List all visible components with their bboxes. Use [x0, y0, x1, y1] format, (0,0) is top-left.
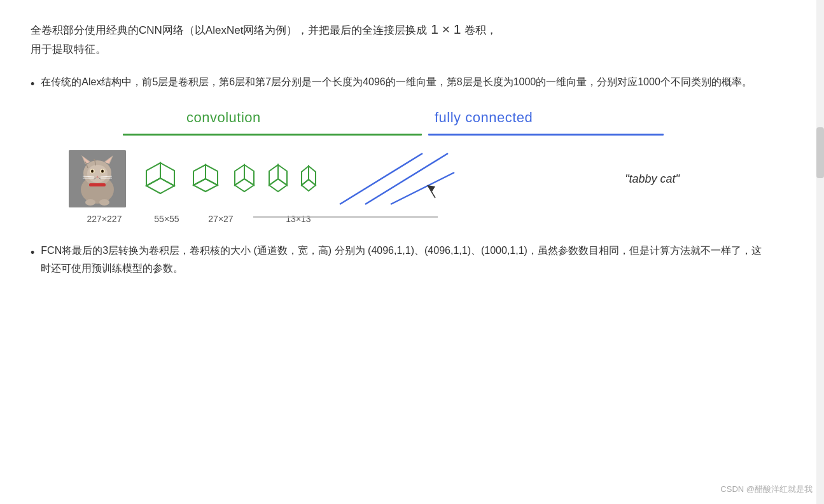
diagram-container: convolution fully connected [69, 109, 771, 224]
svg-marker-27 [235, 179, 254, 192]
bullet-item-1: • 在传统的Alex结构中，前5层是卷积层，第6层和第7层分别是一个长度为409… [31, 73, 771, 95]
svg-point-18 [85, 199, 95, 206]
divider-line [253, 216, 438, 218]
diagram-size-row: 227×227 55×55 27×27 13×13 [69, 214, 680, 224]
svg-point-10 [91, 170, 94, 173]
bullet-section-1: • 在传统的Alex结构中，前5层是卷积层，第6层和第7层分别是一个长度为409… [31, 73, 771, 95]
svg-marker-33 [302, 179, 316, 191]
fc-lines-svg [333, 150, 461, 207]
diagram-labels-row: convolution fully connected [69, 109, 680, 137]
cube-2 [188, 161, 223, 197]
cat-image [69, 150, 126, 207]
page-container: 全卷积部分使用经典的CNN网络（以AlexNet网络为例），并把最后的全连接层换… [0, 0, 802, 308]
cube-3 [232, 161, 257, 197]
intro-text-part2: 卷积， [464, 24, 497, 36]
bullet-item-2: • FCN将最后的3层转换为卷积层，卷积核的大小 (通道数，宽，高) 分别为 (… [31, 242, 771, 277]
label-convolution: convolution [186, 109, 261, 126]
watermark: CSDN @醋酸洋红就是我 [720, 484, 813, 495]
svg-marker-38 [428, 185, 435, 192]
bullet-dot-1: • [31, 74, 34, 95]
scrollbar-track [816, 0, 824, 504]
svg-marker-31 [278, 165, 287, 185]
cube-4 [266, 161, 290, 197]
intro-text-part3: 用于提取特征。 [31, 43, 106, 55]
svg-line-37 [391, 172, 454, 204]
size-227: 227×227 [69, 214, 140, 224]
scrollbar-thumb[interactable] [816, 127, 824, 178]
bullet-dot-2: • [31, 243, 34, 263]
diagram-main-row: "tabby cat" [69, 150, 680, 207]
intro-text-part1: 全卷积部分使用经典的CNN网络（以AlexNet网络为例），并把最后的全连接层换… [31, 24, 427, 36]
fc-lines [333, 150, 461, 207]
tabby-cat-label: "tabby cat" [625, 172, 680, 186]
svg-marker-24 [193, 179, 218, 192]
cat-svg [69, 150, 126, 207]
bullet-section-2: • FCN将最后的3层转换为卷积层，卷积核的大小 (通道数，宽，高) 分别为 (… [31, 242, 771, 277]
label-fully-connected: fully connected [435, 109, 533, 126]
svg-rect-17 [89, 183, 106, 186]
size-13: 13×13 [263, 214, 333, 224]
bullet-text-1: 在传统的Alex结构中，前5层是卷积层，第6层和第7层分别是一个长度为4096的… [41, 73, 752, 91]
intro-paragraph: 全卷积部分使用经典的CNN网络（以AlexNet网络为例），并把最后的全连接层换… [31, 18, 771, 59]
size-55: 55×55 [140, 214, 193, 224]
cube-5 [299, 162, 318, 196]
bullet-text-2: FCN将最后的3层转换为卷积层，卷积核的大小 (通道数，宽，高) 分别为 (40… [41, 242, 771, 277]
svg-marker-22 [160, 163, 174, 186]
svg-point-19 [99, 199, 109, 206]
svg-marker-28 [244, 165, 254, 185]
svg-marker-30 [269, 179, 287, 192]
svg-point-7 [87, 165, 108, 183]
cube-1 [140, 159, 179, 199]
cubes-row [140, 150, 611, 207]
svg-marker-25 [206, 165, 218, 185]
underline-fully-connected [428, 134, 664, 136]
svg-line-35 [340, 153, 422, 204]
svg-marker-21 [146, 178, 174, 193]
size-27: 27×27 [193, 214, 248, 224]
svg-point-11 [101, 170, 104, 173]
underline-convolution [123, 134, 422, 136]
intro-math: 1 × 1 [427, 22, 464, 36]
svg-marker-34 [309, 166, 316, 185]
